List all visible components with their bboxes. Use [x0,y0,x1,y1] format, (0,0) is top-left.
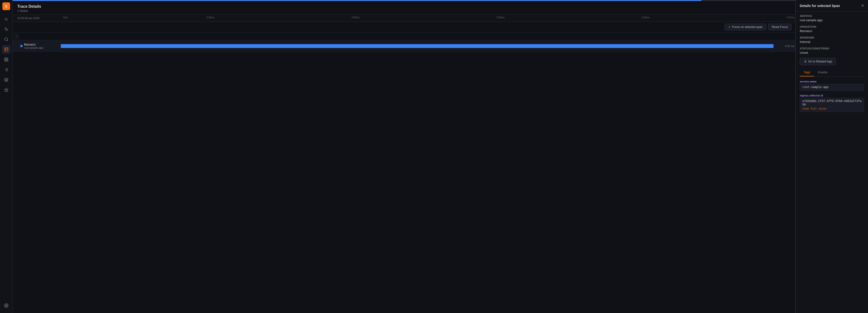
sidebar-item-logs[interactable] [2,65,10,74]
right-panel-title: Details for selected Span [800,4,840,8]
detail-spankind-section: SpanKind Internal [800,36,864,44]
sidebar-item-explore[interactable] [2,35,10,44]
svg-line-1 [7,40,8,41]
reset-focus-button[interactable]: Reset Focus [768,24,792,30]
timeline-time-label: 10:32:20 am 12/10 [18,17,66,20]
span-duration: 0.01 ms [785,44,795,48]
span-row-left: fibonacci rust-sample-app [12,43,61,49]
table-row[interactable]: fibonacci rust-sample-app 0.01 ms [12,40,796,52]
status-value: Unset [800,51,864,55]
tag-collector-id-key: signoz.collector.id [800,94,864,97]
svg-rect-3 [5,58,6,59]
sidebar-item-dashboards[interactable] [2,55,10,64]
sidebar-logo[interactable]: S [2,2,10,10]
toolbar-row: ⊹ Focus on selected span Reset Focus [12,22,796,33]
detail-service-section: Service rust-sample-app [800,14,864,22]
top-progress-bar [12,0,796,1]
span-service: rust-sample-app [24,46,43,49]
top-progress-fill [12,0,702,1]
tick-5: 0.01ms [787,16,795,19]
status-label: StatusCodeString [800,47,864,50]
sidebar-item-services[interactable] [2,75,10,84]
expand-button[interactable]: + [14,34,19,39]
right-panel: Details for selected Span ✕ Service rust… [796,0,868,313]
trace-header: Trace Details 1 Spans [12,1,796,15]
spankind-value: Internal [800,40,864,44]
spans-container[interactable]: + fibonacci rust-sample-app 0.01 ms [12,33,796,313]
crosshair-icon: ⊹ [728,25,731,29]
sidebar-item-home[interactable]: ⊙ [2,15,10,23]
service-value: rust-sample-app [800,18,864,22]
svg-rect-6 [6,60,8,61]
sidebar-bottom [2,301,10,311]
tab-tags[interactable]: Tags [800,68,814,76]
tag-service-name-key: service.name [800,80,864,83]
tick-1: 0.00ms [207,16,215,19]
tabs-row: Tags Events [800,68,864,77]
tick-0: 0ms [63,16,68,19]
spans-count: 1 Spans [18,9,790,12]
trace-panel: Trace Details 1 Spans 10:32:20 am 12/10 … [12,0,796,313]
right-panel-body: Service rust-sample-app Operation fibona… [796,11,868,313]
focus-selected-span-button[interactable]: ⊹ Focus on selected span [724,24,766,30]
operation-value: fibonacci [800,29,864,33]
sidebar-item-traces[interactable] [2,45,10,54]
timeline-axis: 0ms 0.00ms 0.00ms 0.00ms 0.00ms 0.01ms [66,16,790,20]
sidebar-item-releases[interactable] [2,86,10,94]
tab-events[interactable]: Events [814,68,831,76]
span-bar [61,44,774,48]
go-to-related-logs-button[interactable]: Go to Related logs [800,58,836,65]
trace-title: Trace Details [18,4,790,9]
detail-operation-section: Operation fibonacci [800,25,864,33]
svg-point-13 [5,305,7,306]
tick-4: 0.00ms [642,16,650,19]
close-panel-button[interactable]: ✕ [861,3,864,8]
operation-label: Operation [800,25,864,28]
service-label: Service [800,14,864,18]
span-name-block: fibonacci rust-sample-app [24,43,43,49]
span-group-row: + [12,33,796,40]
timeline-header: 10:32:20 am 12/10 0ms 0.00ms 0.00ms 0.00… [12,15,796,22]
logs-icon [803,60,807,63]
sidebar-item-metrics[interactable] [2,25,10,33]
main-content: Trace Details 1 Spans 10:32:20 am 12/10 … [12,0,796,313]
tick-2: 0.00ms [351,16,360,19]
svg-rect-4 [6,58,8,59]
svg-rect-5 [5,60,6,61]
tag-service-name-section: service.name rust-sample-app [800,80,864,91]
view-full-value-link[interactable]: View full value [802,107,862,110]
span-dot [20,45,23,47]
span-bar-area: 0.01 ms [61,40,796,52]
sidebar-item-settings[interactable] [2,301,10,310]
tag-collector-id-section: signoz.collector.id e7b5ddbb-1f37-4ff9-9… [800,94,864,112]
span-name: fibonacci [24,43,43,46]
detail-status-section: StatusCodeString Unset [800,47,864,55]
svg-point-0 [5,38,7,40]
tick-3: 0.00ms [497,16,505,19]
tag-service-name-value: rust-sample-app [800,84,864,91]
sidebar: S ⊙ [0,0,12,313]
svg-rect-2 [5,48,8,51]
tag-collector-id-value: e7b5ddbb-1f37-4ff9-9fb0-e962e272fabb Vie… [800,98,864,112]
spankind-label: SpanKind [800,36,864,39]
right-panel-header: Details for selected Span ✕ [796,0,868,11]
